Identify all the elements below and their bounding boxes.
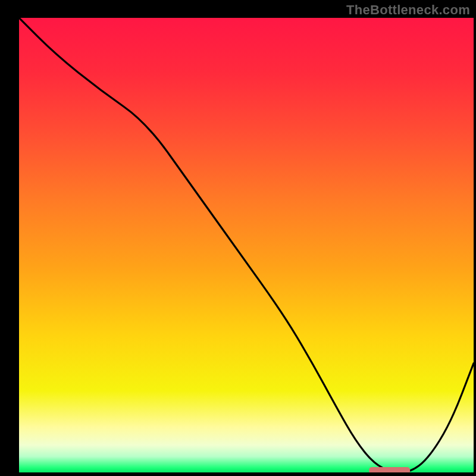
chart-frame: TheBottleneck.com [0,0,476,476]
optimal-range-marker [369,467,410,472]
plot-area [19,18,474,472]
watermark-text: TheBottleneck.com [346,2,470,18]
gradient-plot [19,18,474,472]
heatmap-background [19,18,474,472]
